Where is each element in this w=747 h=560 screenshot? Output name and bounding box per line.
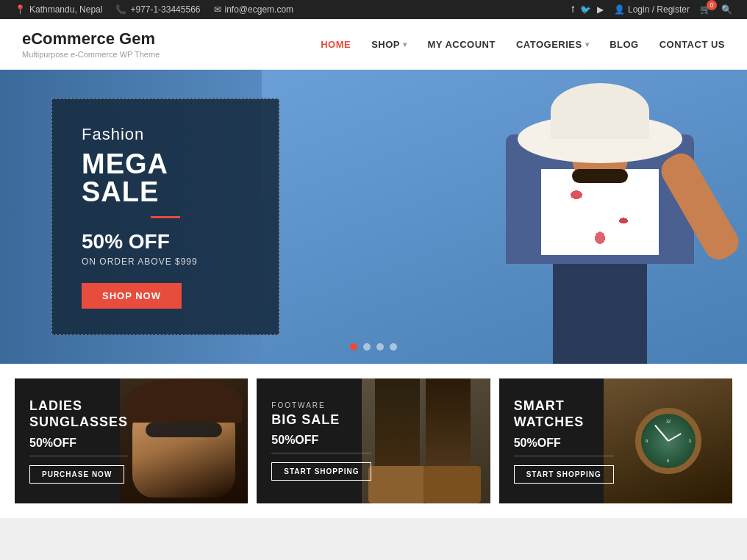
nav-label-contact: CONTACT US [660, 39, 725, 50]
hero-hat [518, 83, 682, 163]
phone-info: 📞 +977-1-33445566 [115, 4, 200, 15]
promo-title-1: LADIES SUNGLASSES [29, 398, 128, 430]
hero-subtitle: Fashion [82, 125, 249, 144]
cart-icon[interactable]: 🛒 0 [700, 4, 711, 15]
twitter-icon[interactable]: 🐦 [580, 4, 591, 15]
promo-card-1-content: LADIES SUNGLASSES 50%OFF PURCHASE NOW [29, 398, 128, 483]
hero-main-title: MEGA SALE [82, 150, 249, 206]
promo-section: LADIES SUNGLASSES 50%OFF PURCHASE NOW FO… [0, 364, 747, 518]
social-icons: f 🐦 ▶ [572, 4, 604, 15]
nav-label-categories: CATOGERIES [516, 39, 582, 50]
hero-divider [151, 216, 180, 218]
promo-card-watches: SMART WATCHES 50%OFF START SHOPPING 12 6… [499, 378, 732, 503]
email-icon: ✉ [214, 4, 221, 15]
logo-subtitle: Multipurpose e-Commerce WP Theme [22, 50, 160, 59]
hero-content: Fashion MEGA SALE 50% OFF ON ORDER ABOVE… [51, 98, 279, 335]
phone-icon: 📞 [115, 4, 126, 15]
location-info: 📍 Kathmandu, Nepal [15, 4, 102, 15]
promo-image-sunglasses [120, 378, 249, 503]
facebook-icon[interactable]: f [572, 4, 574, 15]
slider-dot-3[interactable] [376, 343, 384, 351]
logo-area: eCommerce Gem Multipurpose e-Commerce WP… [22, 29, 160, 59]
nav-label-blog: BLOG [610, 39, 639, 50]
nav-label-home: HOME [321, 39, 351, 50]
email-info: ✉ info@ecgem.com [214, 4, 294, 15]
hero-person [482, 77, 718, 364]
hero-condition: ON ORDER ABOVE $999 [82, 256, 249, 267]
nav-item-myaccount[interactable]: MY ACCOUNT [428, 39, 496, 50]
top-bar-right: f 🐦 ▶ 👤 Login / Register 🛒 0 🔍 [572, 4, 732, 15]
promo-btn-2[interactable]: START SHOPPING [271, 462, 371, 481]
promo-image-footwear [362, 378, 490, 503]
logo-title[interactable]: eCommerce Gem [22, 29, 160, 49]
user-icon: 👤 [614, 4, 625, 15]
hero-box: Fashion MEGA SALE 50% OFF ON ORDER ABOVE… [51, 98, 279, 335]
slider-dot-2[interactable] [363, 343, 371, 351]
promo-btn-3[interactable]: START SHOPPING [514, 465, 614, 484]
promo-discount-3: 50%OFF [514, 437, 614, 456]
promo-card-2-content: FOOTWARE BIG SALE 50%OFF START SHOPPING [271, 401, 371, 481]
nav-item-shop[interactable]: SHOP ▾ [371, 39, 407, 50]
location-icon: 📍 [15, 4, 26, 15]
promo-discount-1: 50%OFF [29, 437, 128, 456]
nav-item-home[interactable]: HOME [321, 39, 351, 50]
chevron-down-icon-cat: ▾ [585, 40, 590, 49]
slider-dot-1[interactable] [350, 343, 357, 351]
main-nav: HOME SHOP ▾ MY ACCOUNT CATOGERIES ▾ BLOG… [321, 39, 725, 50]
shop-now-button[interactable]: SHOP NOW [82, 283, 182, 309]
slider-dots [350, 343, 397, 351]
header: eCommerce Gem Multipurpose e-Commerce WP… [0, 19, 747, 70]
nav-item-contact[interactable]: CONTACT US [660, 39, 725, 50]
promo-title-3: SMART WATCHES [514, 398, 614, 430]
hero-sunglasses [572, 169, 629, 184]
promo-card-footwear: FOOTWARE BIG SALE 50%OFF START SHOPPING [257, 378, 490, 503]
login-register-link[interactable]: 👤 Login / Register [614, 4, 690, 15]
nav-item-categories[interactable]: CATOGERIES ▾ [516, 39, 589, 50]
promo-title-2: BIG SALE [271, 412, 371, 428]
promo-image-watches: 12 6 3 9 [604, 378, 732, 503]
promo-discount-2: 50%OFF [271, 434, 371, 453]
promo-category-2: FOOTWARE [271, 401, 371, 409]
promo-btn-1[interactable]: PURCHASE NOW [29, 465, 124, 484]
search-icon[interactable]: 🔍 [721, 4, 732, 15]
slider-dot-4[interactable] [390, 343, 397, 351]
hero-section: Fashion MEGA SALE 50% OFF ON ORDER ABOVE… [0, 70, 747, 364]
top-bar: 📍 Kathmandu, Nepal 📞 +977-1-33445566 ✉ i… [0, 0, 747, 19]
hero-discount: 50% OFF [82, 230, 249, 254]
promo-card-sunglasses: LADIES SUNGLASSES 50%OFF PURCHASE NOW [15, 378, 248, 503]
nav-label-myaccount: MY ACCOUNT [428, 39, 496, 50]
login-text: Login / Register [628, 4, 690, 15]
chevron-down-icon: ▾ [403, 40, 407, 49]
location-text: Kathmandu, Nepal [29, 4, 102, 15]
cart-badge: 0 [707, 0, 717, 10]
promo-card-3-content: SMART WATCHES 50%OFF START SHOPPING [514, 398, 614, 483]
phone-text: +977-1-33445566 [130, 4, 200, 15]
nav-item-blog[interactable]: BLOG [610, 39, 639, 50]
email-text: info@ecgem.com [225, 4, 294, 15]
youtube-icon[interactable]: ▶ [597, 4, 604, 15]
hero-image-area [262, 70, 747, 364]
nav-label-shop: SHOP [371, 39, 400, 50]
top-bar-left: 📍 Kathmandu, Nepal 📞 +977-1-33445566 ✉ i… [15, 4, 293, 15]
